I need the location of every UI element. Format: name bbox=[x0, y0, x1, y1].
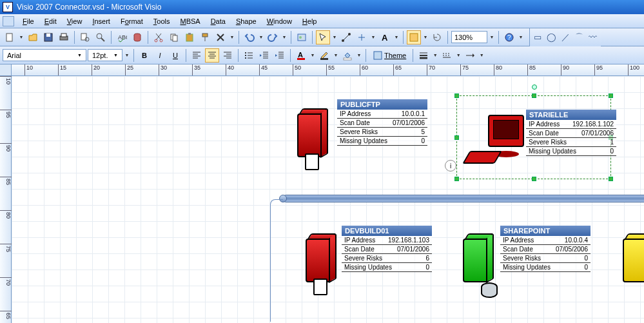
delete-dropdown[interactable]: ▼ bbox=[229, 30, 235, 44]
font-color-button[interactable]: A bbox=[294, 48, 308, 63]
database-button[interactable] bbox=[130, 30, 144, 44]
zoom-input[interactable]: 130% bbox=[451, 31, 487, 43]
toolbar-formatting: Arial▼ 12pt.▼ ▼ B I U A ▼ ▼ ▼ Theme ▼ ▼ … bbox=[0, 46, 644, 64]
rotate-button[interactable] bbox=[430, 30, 444, 44]
help-button[interactable]: ? bbox=[502, 30, 516, 44]
increase-indent-button[interactable] bbox=[273, 48, 287, 63]
pointer-tool-button[interactable] bbox=[316, 30, 330, 44]
svg-rect-4 bbox=[61, 34, 66, 37]
font-size-select[interactable]: 12pt.▼ bbox=[88, 49, 122, 61]
shapes-window-button[interactable] bbox=[295, 30, 309, 44]
menu-file[interactable]: File bbox=[18, 16, 39, 26]
svg-text:A: A bbox=[298, 51, 303, 59]
titlebar: V Visio 2007 Connector.vsd - Microsoft V… bbox=[0, 0, 644, 14]
line-weight-button[interactable] bbox=[416, 48, 431, 63]
align-center-button[interactable] bbox=[205, 48, 219, 63]
computer-starielle[interactable] bbox=[466, 115, 524, 166]
svg-point-7 bbox=[97, 34, 102, 39]
paste-button[interactable] bbox=[182, 30, 197, 44]
system-menu-icon[interactable] bbox=[3, 16, 14, 26]
format-painter-button[interactable] bbox=[198, 30, 212, 44]
svg-rect-23 bbox=[410, 34, 418, 41]
menu-window[interactable]: Window bbox=[262, 16, 297, 26]
infobox-publicftp[interactable]: PUBLICFTP IP Address10.0.0.1 Scan Date07… bbox=[337, 99, 427, 146]
menu-view[interactable]: View bbox=[63, 16, 87, 26]
ruler-horizontal[interactable]: 101520253035404550556065707580859095100 bbox=[12, 64, 644, 76]
research-button[interactable] bbox=[93, 30, 108, 44]
infobox-starielle[interactable]: STARIELLE IP Address192.168.1.102 Scan D… bbox=[526, 110, 616, 156]
menu-tools[interactable]: Tools bbox=[149, 16, 175, 26]
redo-button[interactable] bbox=[266, 30, 280, 44]
connector-tool-button[interactable] bbox=[339, 30, 353, 44]
data-graphic-icon[interactable]: i bbox=[445, 160, 456, 171]
copy-button[interactable] bbox=[167, 30, 181, 44]
svg-rect-31 bbox=[320, 58, 328, 60]
infobox-header: STARIELLE bbox=[526, 110, 616, 120]
menu-data[interactable]: Data bbox=[206, 16, 230, 26]
spelling-button[interactable]: ABC bbox=[115, 30, 129, 44]
delete-button[interactable] bbox=[213, 30, 228, 44]
svg-rect-30 bbox=[297, 58, 305, 60]
fill-tool-button[interactable] bbox=[407, 30, 421, 44]
rectangle-icon[interactable]: ▭ bbox=[534, 32, 542, 42]
server-partial[interactable] bbox=[619, 233, 644, 291]
italic-button[interactable]: I bbox=[153, 48, 167, 63]
print-preview-button[interactable] bbox=[78, 30, 92, 44]
ruler-vertical[interactable]: 1095908580757065 bbox=[0, 76, 12, 323]
print-button[interactable] bbox=[57, 30, 71, 44]
connection-point-button[interactable] bbox=[355, 30, 369, 44]
window-title: Visio 2007 Connector.vsd - Microsoft Vis… bbox=[17, 3, 161, 12]
app-icon: V bbox=[3, 2, 13, 12]
align-right-button[interactable] bbox=[220, 48, 235, 63]
zoom-dropdown[interactable]: ▼ bbox=[489, 30, 495, 44]
server-publicftp[interactable] bbox=[293, 108, 331, 166]
undo-dropdown[interactable]: ▼ bbox=[258, 30, 264, 44]
undo-button[interactable] bbox=[242, 30, 257, 44]
menu-shape[interactable]: Shape bbox=[231, 16, 261, 26]
text-tool-button[interactable]: A bbox=[378, 30, 392, 44]
open-button[interactable] bbox=[26, 30, 40, 44]
server-devbuild01[interactable] bbox=[302, 233, 339, 291]
infobox-header: DEVBUILD01 bbox=[342, 226, 432, 236]
cut-button[interactable] bbox=[151, 30, 166, 44]
line-icon[interactable]: ／ bbox=[561, 32, 570, 43]
menu-help[interactable]: Help bbox=[298, 16, 322, 26]
new-button[interactable] bbox=[3, 30, 17, 44]
infobox-devbuild01[interactable]: DEVBUILD01 IP Address192.168.1.103 Scan … bbox=[342, 226, 432, 272]
underline-button[interactable]: U bbox=[168, 48, 182, 63]
theme-button[interactable]: Theme bbox=[369, 48, 409, 63]
line-color-button[interactable] bbox=[317, 48, 331, 63]
bold-button[interactable]: B bbox=[137, 48, 151, 63]
line-ends-button[interactable] bbox=[463, 48, 477, 63]
svg-rect-15 bbox=[186, 34, 193, 41]
align-left-button[interactable] bbox=[190, 48, 204, 63]
svg-point-27 bbox=[245, 55, 246, 56]
new-dropdown[interactable]: ▼ bbox=[18, 30, 24, 44]
infobox-sharepoint[interactable]: SHAREPOINT IP Address10.0.0.4 Scan Date0… bbox=[500, 226, 590, 272]
menu-format[interactable]: Format bbox=[116, 16, 148, 26]
ruler-corner[interactable] bbox=[0, 64, 12, 76]
redo-dropdown[interactable]: ▼ bbox=[281, 30, 288, 44]
svg-point-20 bbox=[342, 39, 344, 42]
save-button[interactable] bbox=[41, 30, 55, 44]
pointer-dropdown[interactable]: ▼ bbox=[331, 30, 338, 44]
freeform-icon[interactable]: 〰 bbox=[589, 32, 597, 42]
svg-line-8 bbox=[101, 38, 104, 41]
fill-color-button[interactable] bbox=[340, 48, 355, 63]
shapes-palette: ▭ ◯ ／ ⌒ 〰 bbox=[529, 28, 601, 46]
menu-edit[interactable]: Edit bbox=[40, 16, 61, 26]
arc-icon[interactable]: ⌒ bbox=[575, 32, 583, 43]
font-select[interactable]: Arial▼ bbox=[3, 49, 86, 61]
ellipse-icon[interactable]: ◯ bbox=[547, 32, 556, 42]
drawing-page[interactable]: PUBLICFTP IP Address10.0.0.1 Scan Date07… bbox=[12, 76, 644, 323]
svg-point-26 bbox=[245, 52, 246, 54]
network-pipe[interactable] bbox=[282, 195, 644, 202]
decrease-indent-button[interactable] bbox=[257, 48, 271, 63]
menu-insert[interactable]: Insert bbox=[88, 16, 115, 26]
svg-rect-16 bbox=[188, 33, 191, 35]
menu-mbsa[interactable]: MBSA bbox=[175, 16, 204, 26]
line-pattern-button[interactable] bbox=[440, 48, 454, 63]
server-sharepoint[interactable] bbox=[459, 233, 496, 291]
svg-rect-5 bbox=[81, 34, 86, 40]
bullets-button[interactable] bbox=[242, 48, 256, 63]
